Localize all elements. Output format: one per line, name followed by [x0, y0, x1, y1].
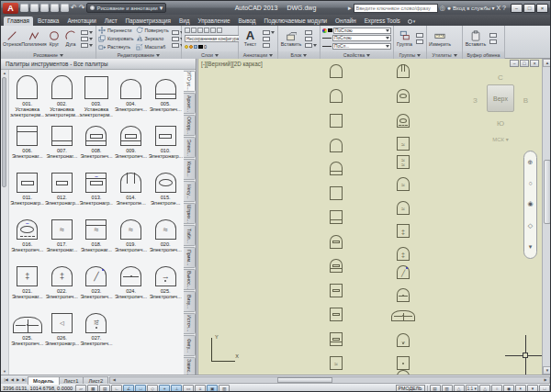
- layout-tab-Модель[interactable]: Модель: [28, 376, 59, 385]
- palette-item[interactable]: 009. Электропеч...: [114, 118, 149, 165]
- toggle-sc[interactable]: ▥: [219, 385, 230, 392]
- ungroup-button[interactable]: [416, 33, 423, 38]
- zoom-icon[interactable]: ◉: [527, 200, 533, 207]
- palette-item[interactable]: 010. Электронагр...: [148, 118, 183, 165]
- palette-tab[interactable]: Элект...: [184, 137, 196, 158]
- copy-tool[interactable]: Копировать: [98, 35, 134, 42]
- drawing-block-symbol[interactable]: ≈: [397, 177, 410, 191]
- last-layout-button[interactable]: ▶|: [21, 377, 28, 382]
- palette-item[interactable]: ≈019. Электропеч...: [114, 212, 149, 259]
- rotate-tool[interactable]: Повернуть: [136, 27, 169, 34]
- palette-item[interactable]: ‡021. Электронаг...: [10, 259, 45, 306]
- panel-edit-title[interactable]: Редактирование: [96, 51, 181, 59]
- workspace-dropdown[interactable]: Рисование и аннотации ▾: [86, 3, 166, 13]
- viewcube[interactable]: С З В Верх Ю МСК ▾: [471, 73, 530, 169]
- rectangle-split-button[interactable]: [81, 30, 93, 35]
- drawing-block-symbol[interactable]: ‡: [397, 247, 410, 261]
- drawing-block-symbol[interactable]: [397, 288, 410, 302]
- toggle-osnap-3d[interactable]: ◇: [147, 385, 158, 392]
- palette-item[interactable]: 014. Электропе...: [114, 165, 149, 212]
- palette-item[interactable]: ╱023. Электропеч...: [79, 259, 114, 306]
- plot-icon[interactable]: [61, 4, 69, 12]
- panel-clipboard-title[interactable]: Буфер обмена: [463, 51, 504, 59]
- viewcube-north[interactable]: С: [471, 73, 530, 82]
- dimension-split-button[interactable]: [263, 30, 275, 35]
- annotation-visibility-button[interactable]: △: [454, 385, 465, 392]
- scroll-up-icon[interactable]: ▲: [1, 70, 8, 76]
- palette-item[interactable]: ~013. Электронагр...: [79, 165, 114, 212]
- annotation-auto-button[interactable]: △: [479, 385, 490, 392]
- panel-annotation-title[interactable]: Аннотации: [239, 51, 277, 59]
- palette-item[interactable]: 003. Установка электротерм...: [79, 72, 114, 118]
- palette-tab[interactable]: Табл...: [184, 225, 196, 246]
- viewport-controls[interactable]: [-][Верхний][2D каркас]: [201, 61, 263, 67]
- toggle-dyn[interactable]: ▭: [183, 385, 194, 392]
- new-file-icon[interactable]: [20, 4, 28, 12]
- layer-freeze-icon[interactable]: [204, 28, 209, 33]
- measure-tool[interactable]: Измерить: [429, 27, 451, 50]
- palette-item[interactable]: 004. Электропеч...: [114, 72, 149, 118]
- drawing-block-symbol[interactable]: ≈: [397, 137, 410, 151]
- drawing-canvas[interactable]: [-][Верхний][2D каркас] − □ × С З В Верх…: [197, 59, 551, 375]
- palette-item[interactable]: ≈020. Электропеч...: [148, 212, 183, 259]
- search-binoculars-icon[interactable]: ◎: [440, 5, 445, 11]
- drawing-block-symbol[interactable]: [330, 210, 343, 224]
- exchange-apps-icon[interactable]: X: [496, 5, 500, 11]
- group-edit-button[interactable]: [416, 39, 423, 44]
- move-tool[interactable]: Перенести: [98, 27, 134, 34]
- palette-item[interactable]: 006. Электронаг...: [10, 118, 45, 165]
- model-space-button[interactable]: РМОДЕЛЬ: [396, 385, 425, 392]
- lineweight-dropdown[interactable]: ПоСлою: [332, 35, 391, 41]
- doc-minimize-button[interactable]: −: [510, 60, 519, 67]
- hatch-split-button[interactable]: [81, 43, 93, 48]
- viewcube-face[interactable]: Верх: [487, 84, 514, 112]
- scroll-left-icon[interactable]: ◀: [110, 377, 118, 383]
- ellipse-split-button[interactable]: [81, 37, 93, 41]
- canvas-scroll-thumb[interactable]: [544, 160, 551, 224]
- annotation-scale-button[interactable]: 1:1 ▾: [466, 385, 478, 392]
- quick-view-drawings-button[interactable]: ▥: [442, 385, 453, 392]
- first-layout-button[interactable]: |◀: [3, 377, 9, 382]
- layer-lock-icon[interactable]: [210, 28, 216, 33]
- ribbon-tab-Лист[interactable]: Лист: [101, 17, 121, 26]
- ribbon-options-button[interactable]: ▾: [408, 18, 416, 26]
- paste-tool[interactable]: Вставить: [465, 27, 487, 50]
- ribbon-tab-Главная[interactable]: Главная: [4, 17, 33, 26]
- drawing-block-symbol[interactable]: [330, 284, 343, 297]
- drawing-block-symbol[interactable]: [330, 235, 343, 249]
- layer-sun-icon[interactable]: [189, 45, 193, 49]
- maximize-button[interactable]: □: [523, 4, 535, 13]
- canvas-horizontal-scrollbar[interactable]: ◀ ▶: [109, 376, 550, 384]
- viewcube-east[interactable]: В: [523, 96, 528, 105]
- palette-item[interactable]: 007. Электронаг...: [45, 118, 80, 165]
- copy-clip-button[interactable]: [489, 39, 497, 44]
- close-button[interactable]: ×: [536, 4, 548, 13]
- palette-item[interactable]: →≈027. Электропеч...: [79, 306, 114, 353]
- palette-scrollbar[interactable]: ▲ ▼: [1, 70, 9, 375]
- palette-item[interactable]: ≈017. Электронаг...: [45, 212, 80, 259]
- palette-item[interactable]: ‡022. Электропеч...: [45, 259, 80, 306]
- workspace-switch-button[interactable]: ☼: [491, 385, 502, 392]
- drawing-block-symbol[interactable]: [330, 114, 343, 128]
- doc-close-button[interactable]: ×: [530, 60, 539, 67]
- drawing-block-symbol[interactable]: [397, 89, 410, 103]
- performance-button[interactable]: ☀: [515, 385, 526, 392]
- doc-restore-button[interactable]: □: [520, 60, 529, 67]
- canvas-vertical-scrollbar[interactable]: ▲ ▼: [542, 59, 551, 375]
- toggle-grid[interactable]: ▤: [99, 385, 110, 392]
- edit-block-button[interactable]: [305, 37, 317, 41]
- scroll-up-icon[interactable]: ▲: [543, 59, 551, 67]
- ribbon-tab-Управление[interactable]: Управление: [194, 17, 233, 26]
- ribbon-tab-Вывод[interactable]: Вывод: [234, 17, 259, 26]
- palette-tab[interactable]: Кома...: [184, 159, 196, 180]
- scroll-right-icon[interactable]: ▶: [542, 377, 549, 383]
- palette-tab[interactable]: Архит...: [184, 93, 196, 114]
- clean-screen-button[interactable]: □: [539, 385, 550, 392]
- palette-tab[interactable]: Штрих...: [184, 203, 196, 224]
- layer-properties-icon[interactable]: [185, 28, 190, 33]
- ribbon-tab-Express Tools[interactable]: Express Tools: [361, 17, 404, 26]
- palette-item[interactable]: ~016. Электропеч...: [10, 212, 45, 259]
- drawing-block-symbol[interactable]: [330, 162, 343, 175]
- palette-tab[interactable]: УГО ус...: [184, 71, 196, 92]
- line-tool[interactable]: Отрезок: [3, 27, 21, 50]
